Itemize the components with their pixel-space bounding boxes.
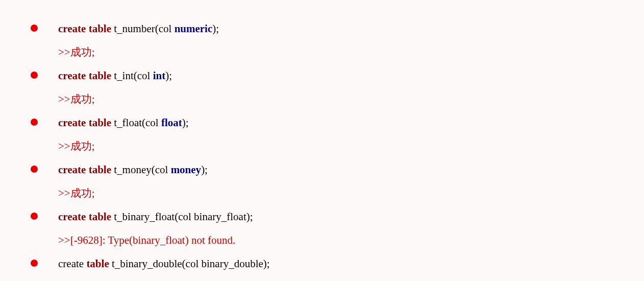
list-item: >>[-9628]: Type(binary_float) not found. — [0, 232, 644, 253]
list-item: >>成功; — [0, 44, 644, 65]
keyword: table — [86, 257, 109, 270]
list-item: create table t_int(col int); — [0, 67, 644, 89]
code-text: ); — [165, 69, 172, 82]
code-text: t_money(col — [111, 163, 171, 176]
keyword: create table — [58, 163, 111, 176]
keyword: create table — [58, 116, 111, 129]
code-listing: create table t_number(col numeric); >>成功… — [0, 0, 644, 281]
type-keyword: money — [171, 163, 202, 176]
bullet-icon — [31, 25, 38, 32]
type-keyword: float — [161, 116, 182, 129]
list-item: >>成功; — [0, 91, 644, 112]
result-line: >>成功; — [58, 91, 95, 112]
sql-line: create table t_money(col money); — [58, 161, 208, 183]
bullet-icon — [31, 166, 38, 173]
code-text: ); — [182, 116, 189, 129]
bullet-icon — [31, 213, 38, 220]
code-text: t_int(col — [111, 69, 153, 82]
keyword: create table — [58, 210, 111, 223]
code-text: ); — [201, 163, 208, 176]
sql-line: create table t_float(col float); — [58, 114, 189, 136]
list-item: create table t_binary_float(col binary_f… — [0, 208, 644, 230]
bullet-icon — [31, 72, 38, 79]
code-text: t_number(col — [111, 22, 175, 35]
sql-line: create table t_binary_double(col binary_… — [58, 255, 270, 277]
list-item: create table t_float(col float); — [0, 114, 644, 136]
type-keyword: numeric — [175, 22, 213, 35]
bullet-icon — [31, 260, 38, 267]
code-text: t_binary_double(col binary_double); — [109, 257, 270, 270]
keyword: create table — [58, 69, 111, 82]
sql-line: create table t_int(col int); — [58, 67, 172, 89]
code-text: t_binary_float(col binary_float); — [111, 210, 253, 223]
list-item: >>成功; — [0, 185, 644, 206]
result-line: >>[-9628]: Type(binary_float) not found. — [58, 232, 235, 253]
code-text: create — [58, 257, 86, 270]
list-item: >>[-9628]: Type(binary_double) not found… — [0, 279, 644, 281]
result-line: >>成功; — [58, 138, 95, 159]
result-line: >>成功; — [58, 44, 95, 65]
sql-line: create table t_number(col numeric); — [58, 20, 219, 42]
list-item: create table t_money(col money); — [0, 161, 644, 183]
type-keyword: int — [153, 69, 166, 82]
list-item: create table t_number(col numeric); — [0, 20, 644, 42]
code-text: t_float(col — [111, 116, 161, 129]
result-line: >>成功; — [58, 185, 95, 206]
bullet-icon — [31, 119, 38, 126]
list-item: create table t_binary_double(col binary_… — [0, 255, 644, 277]
list-item: >>成功; — [0, 138, 644, 159]
keyword: create table — [58, 22, 111, 35]
sql-line: create table t_binary_float(col binary_f… — [58, 208, 253, 230]
code-text: ); — [212, 22, 219, 35]
result-line: >>[-9628]: Type(binary_double) not found… — [58, 279, 245, 281]
